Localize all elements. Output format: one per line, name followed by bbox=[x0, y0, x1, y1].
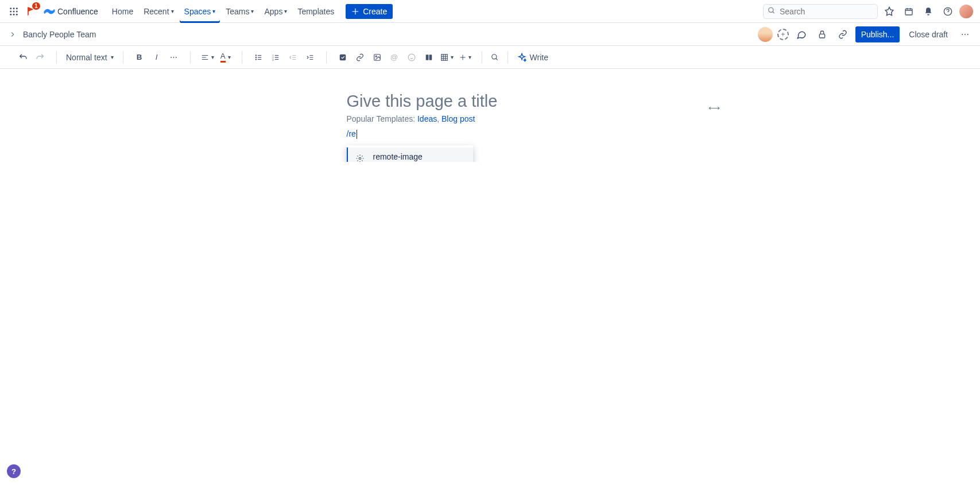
svg-rect-12 bbox=[819, 34, 824, 38]
viewer-avatar[interactable] bbox=[758, 27, 773, 42]
chevron-down-icon: ▾ bbox=[212, 8, 215, 14]
nav-recent[interactable]: Recent▾ bbox=[139, 0, 178, 23]
svg-rect-29 bbox=[425, 55, 428, 60]
template-link-ideas[interactable]: Ideas bbox=[417, 114, 437, 123]
find-replace-button[interactable] bbox=[487, 49, 503, 65]
svg-point-28 bbox=[408, 54, 415, 61]
chevron-down-icon: ▾ bbox=[211, 54, 214, 60]
svg-point-15 bbox=[255, 56, 256, 57]
comments-icon[interactable] bbox=[793, 26, 809, 42]
link-icon[interactable] bbox=[835, 26, 851, 42]
italic-button[interactable]: I bbox=[149, 49, 165, 65]
close-draft-button[interactable]: Close draft bbox=[904, 26, 952, 42]
gear-icon bbox=[354, 152, 366, 162]
chevron-down-icon: ▾ bbox=[111, 54, 114, 60]
plus-icon bbox=[351, 7, 359, 15]
chevron-down-icon: ▾ bbox=[171, 8, 174, 14]
svg-rect-31 bbox=[441, 54, 447, 60]
table-button[interactable]: ▾ bbox=[438, 49, 456, 65]
rovo-icon[interactable] bbox=[881, 3, 897, 20]
svg-rect-10 bbox=[905, 9, 912, 15]
search-input[interactable] bbox=[763, 4, 878, 19]
svg-point-3 bbox=[10, 10, 11, 12]
text-cursor bbox=[357, 130, 357, 139]
svg-rect-24 bbox=[274, 59, 278, 59]
menu-item-remote-image[interactable]: remote-image Inserts remote image! bbox=[347, 148, 473, 162]
svg-point-1 bbox=[13, 7, 15, 9]
text-color-button[interactable]: A▾ bbox=[218, 49, 234, 65]
insert-group: @ ▾ ▾ bbox=[331, 49, 477, 65]
help-icon[interactable] bbox=[940, 3, 956, 20]
global-nav: 1 Confluence Home Recent▾ Spaces▾ Teams▾… bbox=[0, 0, 980, 23]
bold-button[interactable]: B bbox=[131, 49, 148, 65]
nav-teams[interactable]: Teams▾ bbox=[221, 0, 258, 23]
svg-rect-20 bbox=[274, 55, 278, 55]
svg-point-27 bbox=[375, 56, 377, 57]
outdent-button[interactable] bbox=[285, 49, 301, 65]
more-actions-icon[interactable]: ⋯ bbox=[957, 26, 973, 42]
chevron-down-icon: ▾ bbox=[451, 54, 454, 60]
primary-nav: Home Recent▾ Spaces▾ Teams▾ Apps▾ Templa… bbox=[107, 0, 339, 23]
mention-button[interactable]: @ bbox=[386, 49, 402, 65]
calendar-icon[interactable] bbox=[901, 3, 917, 20]
chevron-down-icon: ▾ bbox=[468, 54, 471, 60]
emoji-button[interactable] bbox=[404, 49, 420, 65]
svg-point-13 bbox=[255, 55, 256, 56]
product-logo[interactable]: Confluence bbox=[41, 6, 100, 17]
page-title-input[interactable]: Give this page a title bbox=[347, 92, 634, 111]
profile-avatar[interactable] bbox=[959, 5, 973, 18]
list-group: 123 bbox=[247, 49, 321, 65]
align-button[interactable]: ▾ bbox=[199, 49, 216, 65]
editor-body[interactable]: /re remote-image Inserts remote image! R… bbox=[347, 129, 634, 139]
undo-button[interactable] bbox=[15, 49, 31, 65]
svg-point-8 bbox=[16, 13, 18, 15]
page-header-actions: + Publish... Close draft ⋯ bbox=[758, 26, 973, 42]
nav-home[interactable]: Home bbox=[107, 0, 138, 23]
link-button[interactable] bbox=[352, 49, 368, 65]
global-nav-left: 1 Confluence Home Recent▾ Spaces▾ Teams▾… bbox=[7, 0, 393, 23]
editor-toolbar: Normal text ▾ B I ⋯ ▾ A▾ 123 @ ▾ ▾ Write bbox=[0, 46, 980, 69]
breadcrumb-space[interactable]: Bancly People Team bbox=[23, 30, 96, 39]
template-link-blog[interactable]: Blog post bbox=[441, 114, 475, 123]
insert-more-button[interactable]: ▾ bbox=[457, 49, 474, 65]
svg-rect-30 bbox=[429, 55, 432, 60]
page-width-handle[interactable]: ⟷ bbox=[708, 103, 720, 112]
image-button[interactable] bbox=[369, 49, 385, 65]
global-nav-right bbox=[763, 3, 973, 20]
page-header-bar: Bancly People Team + Publish... Close dr… bbox=[0, 23, 980, 46]
svg-point-5 bbox=[16, 10, 18, 12]
numbered-list-button[interactable]: 123 bbox=[268, 49, 284, 65]
svg-rect-16 bbox=[257, 57, 261, 57]
action-item-button[interactable] bbox=[335, 49, 351, 65]
svg-text:3: 3 bbox=[272, 58, 274, 61]
more-formatting-button[interactable]: ⋯ bbox=[166, 49, 182, 65]
app-switcher-icon[interactable] bbox=[7, 5, 21, 18]
nav-spaces[interactable]: Spaces▾ bbox=[180, 0, 220, 23]
svg-rect-25 bbox=[339, 54, 346, 60]
create-button[interactable]: Create bbox=[346, 4, 393, 19]
page-content[interactable]: ⟷ Give this page a title Popular Templat… bbox=[272, 92, 708, 139]
bullet-list-button[interactable] bbox=[250, 49, 266, 65]
nav-templates[interactable]: Templates bbox=[293, 0, 339, 23]
redo-button[interactable] bbox=[32, 49, 48, 65]
nav-apps[interactable]: Apps▾ bbox=[259, 0, 292, 23]
editor-canvas: ⟷ Give this page a title Popular Templat… bbox=[0, 69, 980, 162]
restrictions-icon[interactable] bbox=[814, 26, 830, 42]
chevron-down-icon: ▾ bbox=[228, 54, 231, 60]
add-viewer-button[interactable]: + bbox=[777, 29, 789, 40]
search-icon bbox=[768, 6, 776, 16]
expand-sidebar-icon[interactable] bbox=[7, 29, 18, 40]
svg-rect-22 bbox=[274, 57, 278, 57]
text-style-selector[interactable]: Normal text ▾ bbox=[61, 51, 118, 64]
svg-point-33 bbox=[359, 157, 361, 160]
product-name: Confluence bbox=[57, 7, 98, 16]
bell-icon[interactable] bbox=[920, 3, 936, 20]
slash-command-text: /re bbox=[347, 129, 356, 138]
svg-rect-14 bbox=[257, 55, 261, 55]
layouts-button[interactable] bbox=[421, 49, 437, 65]
ai-write-button[interactable]: Write bbox=[513, 51, 553, 64]
indent-button[interactable] bbox=[302, 49, 318, 65]
publish-button[interactable]: Publish... bbox=[855, 26, 900, 42]
chevron-down-icon: ▾ bbox=[284, 8, 287, 14]
notification-flag-icon[interactable]: 1 bbox=[23, 3, 39, 20]
